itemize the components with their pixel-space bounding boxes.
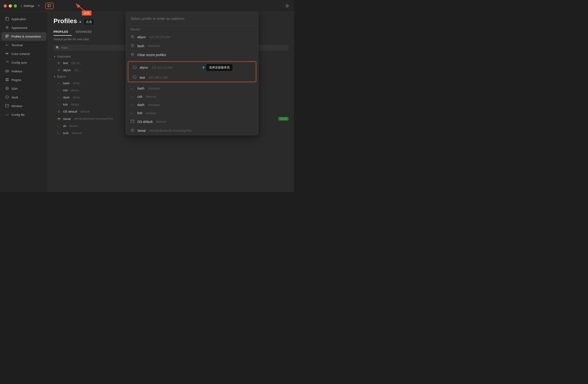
list-item[interactable]: >_ ksh /bin/ksh	[126, 109, 258, 117]
sidebar-item-plugins[interactable]: Plugins	[1, 76, 46, 84]
profile-name: ksh	[63, 103, 68, 106]
monitor-icon	[133, 75, 137, 79]
maximize-button[interactable]	[14, 4, 17, 8]
traffic-lights	[4, 4, 17, 8]
profile-addr: /bin/zsh	[156, 120, 167, 123]
sidebar-item-color-scheme[interactable]: Color scheme	[1, 50, 46, 58]
clear-recent-label: Clear recent profiles	[137, 53, 166, 57]
list-item[interactable]: >_ bash /bin/bash	[126, 84, 258, 92]
tab-title: Settings	[23, 4, 34, 8]
svg-point-6	[7, 27, 8, 28]
profile-name: Serial	[137, 129, 146, 133]
titlebar: 1 Settings + 点击 ⚙	[0, 0, 294, 12]
terminal-icon: >_	[57, 131, 61, 135]
svg-rect-32	[133, 66, 136, 68]
profile-name: test	[140, 76, 145, 79]
profile-addr: 121.43.173.240	[152, 66, 172, 69]
ssh-icon	[5, 87, 9, 91]
new-tab-icon-button[interactable]	[45, 3, 54, 9]
vault-icon	[5, 95, 9, 100]
svg-rect-0	[48, 5, 51, 7]
profile-addr: 121.43.173.240	[149, 35, 170, 39]
hotkeys-icon	[5, 69, 9, 73]
svg-rect-19	[6, 78, 7, 79]
profile-addr: /bin/bash	[148, 87, 160, 90]
profile-selector-input[interactable]	[126, 12, 258, 26]
close-button[interactable]	[4, 4, 7, 8]
terminal-icon: >_	[57, 81, 61, 85]
history-icon	[130, 44, 135, 48]
profile-addr: 192.16...	[71, 62, 82, 65]
profile-name: Serial	[63, 117, 71, 121]
color-scheme-icon	[5, 52, 9, 56]
clear-recent-button[interactable]: Clear recent profiles	[126, 50, 258, 59]
list-item[interactable]: Serial /dev/tty.Bluetooth-Incoming-Port	[126, 126, 258, 135]
list-item[interactable]: >_ dash /bin/dash	[126, 101, 258, 109]
add-tab-button[interactable]: +	[36, 3, 42, 9]
minimize-button[interactable]	[9, 4, 12, 8]
chevron-down-icon: ▼	[54, 55, 56, 58]
profile-addr: /bin/ks...	[71, 103, 81, 106]
tab-advanced[interactable]: ADVANCED	[75, 28, 95, 36]
list-item[interactable]: test 192.168.1.100	[128, 73, 256, 82]
profile-addr: 192.168.1.100	[148, 76, 168, 79]
profile-addr: /bin/sh	[69, 124, 78, 128]
monitor-icon	[133, 66, 137, 69]
history-icon	[130, 35, 135, 39]
settings-tab[interactable]: 1 Settings	[21, 4, 34, 8]
sidebar-item-window[interactable]: Window	[1, 102, 46, 110]
list-item[interactable]: OS default /bin/zsh	[126, 117, 258, 126]
list-item[interactable]: aliyun 121.43.173.240 选择连接服务器	[128, 62, 256, 73]
profile-name: aliyun	[140, 66, 148, 69]
profile-name: bash	[137, 44, 144, 48]
svg-rect-7	[5, 35, 9, 35]
monitor-icon: 🖥	[57, 68, 61, 72]
settings-gear-button[interactable]: ⚙	[284, 3, 290, 9]
list-item[interactable]: aliyun 121.43.173.240	[126, 32, 258, 42]
recent-section-label: Recent	[126, 26, 258, 32]
sidebar-item-hotkeys[interactable]: Hotkeys	[1, 67, 46, 75]
profile-addr: /bin/tcsh	[72, 132, 82, 135]
profile-addr: /bin/cs...	[71, 89, 81, 92]
svg-rect-38	[131, 120, 134, 123]
divider	[126, 83, 258, 83]
profile-name: csh	[63, 89, 68, 92]
clear-icon	[130, 53, 135, 57]
profile-addr: /bin/dash	[148, 103, 160, 107]
svg-rect-15	[6, 70, 6, 71]
profile-name: dash	[137, 103, 144, 107]
svg-rect-8	[5, 36, 9, 37]
profile-addr: /bin/bash	[148, 44, 160, 48]
terminal-icon: >_	[57, 96, 61, 99]
profile-addr: /bin/d...	[73, 96, 82, 99]
terminal-icon: >_	[130, 87, 135, 90]
sidebar-label-application: Application	[11, 17, 26, 21]
sidebar-label-terminal: Terminal	[11, 44, 23, 47]
svg-point-13	[7, 53, 8, 54]
monitor-icon: 🖥	[57, 61, 61, 65]
serial-icon	[130, 128, 135, 133]
application-icon	[5, 17, 9, 21]
tab-profiles[interactable]: PROFILES	[54, 28, 72, 36]
sidebar-item-vault[interactable]: Vault	[1, 93, 46, 102]
sidebar-item-config-file[interactable]: </> Config file	[1, 111, 46, 119]
sidebar-item-config-sync[interactable]: Config sync	[1, 58, 46, 67]
sidebar-item-ssh[interactable]: SSH	[1, 85, 46, 93]
list-item[interactable]: >_ csh /bin/csh	[126, 92, 258, 101]
sidebar-item-terminal[interactable]: Terminal	[1, 41, 46, 49]
terminal-icon	[5, 43, 9, 47]
svg-rect-9	[5, 37, 7, 38]
svg-rect-16	[7, 70, 7, 71]
profile-name: test	[63, 61, 68, 65]
sidebar-item-profiles[interactable]: Profiles & connections	[1, 32, 46, 41]
terminal-icon: >_	[57, 103, 61, 106]
selector-list: Recent aliyun 121.43.173.240	[126, 26, 258, 135]
default-icon	[130, 119, 135, 124]
sidebar-item-application[interactable]: Application	[1, 15, 46, 23]
terminal-icon: >_	[130, 103, 135, 107]
list-item[interactable]: bash /bin/bash	[126, 42, 258, 50]
profile-name: bash	[63, 81, 69, 85]
highlighted-profiles-group: aliyun 121.43.173.240 选择连接服务器	[128, 61, 256, 82]
svg-point-41	[131, 130, 132, 131]
sidebar-item-appearance[interactable]: Appearance	[1, 23, 46, 32]
